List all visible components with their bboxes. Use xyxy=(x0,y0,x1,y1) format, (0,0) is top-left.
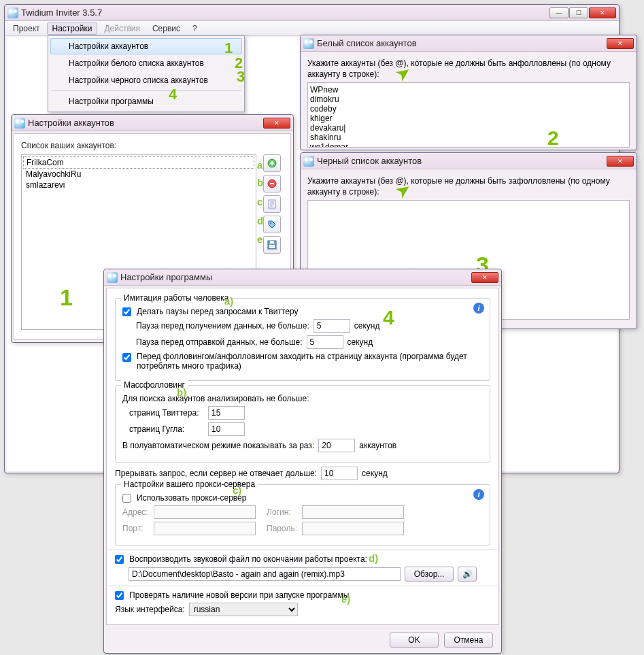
edit-account-button[interactable] xyxy=(263,195,281,213)
seconds-suffix: секунд xyxy=(354,321,380,331)
input-sound-path[interactable] xyxy=(129,567,401,581)
checkbox-pause[interactable] xyxy=(122,307,131,316)
whitelist-window: Белый список аккаунтов ✕ Укажите аккаунт… xyxy=(300,35,637,150)
toolbar-column xyxy=(263,154,281,254)
checkbox-update[interactable] xyxy=(115,591,124,600)
settings-dropdown: Настройки аккаунтов Настройки белого спи… xyxy=(48,35,245,112)
app-icon xyxy=(303,156,314,167)
browse-button[interactable]: Обзор... xyxy=(405,567,454,582)
input-timeout[interactable] xyxy=(321,467,358,480)
select-lang[interactable]: russian xyxy=(189,603,298,616)
group-mass: Массфолловинг Для поиска аккаунтов анали… xyxy=(115,385,490,463)
menu-help[interactable]: ? xyxy=(187,22,203,35)
input-login xyxy=(302,505,404,519)
accounts-title: Настройки аккаунтов xyxy=(28,118,114,128)
tag-account-button[interactable] xyxy=(263,216,281,233)
maximize-button[interactable]: ☐ xyxy=(569,7,588,18)
label-addr: Адрес: xyxy=(122,507,150,517)
add-account-button[interactable] xyxy=(263,154,281,172)
app-icon xyxy=(7,7,18,18)
whitelist-instruction: Укажите аккаунты (без @), которые не дол… xyxy=(307,58,630,80)
input-google-pages[interactable] xyxy=(208,422,245,436)
close-button[interactable]: ✕ xyxy=(607,38,634,49)
blacklist-instruction: Укажите аккаунты (без @), которые не дол… xyxy=(307,176,630,197)
accounts-titlebar[interactable]: Настройки аккаунтов ✕ xyxy=(12,115,293,131)
label-google-pages: страниц Гугла: xyxy=(129,424,204,434)
close-button[interactable]: ✕ xyxy=(607,156,634,167)
dropdown-blacklist[interactable]: Настройки черного списка аккаунтов xyxy=(50,72,242,88)
label-twitter-pages: страниц Твиттера: xyxy=(129,408,204,418)
label-lang: Язык интерфейса: xyxy=(115,605,185,614)
checkbox-visit[interactable] xyxy=(122,353,131,362)
app-icon xyxy=(303,38,314,49)
app-icon xyxy=(107,272,118,283)
whitelist-title: Белый список аккаунтов xyxy=(317,38,417,48)
program-window: Настройки программы ✕ Имитация работы че… xyxy=(103,269,502,654)
dropdown-program[interactable]: Настройки программы xyxy=(50,93,242,110)
input-addr xyxy=(154,505,256,519)
menu-actions: Действия xyxy=(99,22,146,35)
input-port xyxy=(154,522,256,535)
svg-point-3 xyxy=(270,222,271,224)
blacklist-titlebar[interactable]: Черный список аккаунтов ✕ xyxy=(301,153,637,169)
seconds-suffix: секунд xyxy=(348,337,373,347)
info-icon[interactable]: i xyxy=(473,489,484,500)
dropdown-whitelist[interactable]: Настройки белого списка аккаунтов xyxy=(50,55,242,71)
dropdown-item-label: Настройки черного списка аккаунтов xyxy=(69,75,208,85)
checkbox-proxy[interactable] xyxy=(122,494,131,503)
dropdown-accounts[interactable]: Настройки аккаунтов xyxy=(50,38,242,54)
minimize-button[interactable]: — xyxy=(549,7,569,18)
label-sound: Воспроизводить звуковой файл по окончани… xyxy=(129,554,367,564)
play-sound-button[interactable]: 🔊 xyxy=(458,567,477,582)
dropdown-item-label: Настройки белого списка аккаунтов xyxy=(69,58,204,68)
ok-button[interactable]: OK xyxy=(390,633,439,648)
main-titlebar[interactable]: Twidium Inviter 3.5.7 — ☐ ✕ xyxy=(5,5,619,21)
list-item[interactable]: MalyavochkiRu xyxy=(23,169,254,180)
menu-settings[interactable]: Настройки xyxy=(47,22,98,35)
checkbox-sound[interactable] xyxy=(115,555,124,564)
list-item[interactable]: smlazarevi xyxy=(23,180,254,190)
label-pause-get: Пауза перед получением данных, не больше… xyxy=(136,321,309,331)
timeout-suffix: секунд xyxy=(362,469,388,478)
close-button[interactable]: ✕ xyxy=(471,272,498,283)
footer: OK Отмена xyxy=(104,627,501,653)
menu-project[interactable]: Проект xyxy=(7,22,46,35)
whitelist-body: Укажите аккаунты (без @), которые не дол… xyxy=(301,52,637,152)
label-login: Логин: xyxy=(267,507,298,517)
label-update: Проверять наличие новой версии при запус… xyxy=(129,590,349,600)
app-icon xyxy=(14,118,25,129)
program-body: Имитация работы человека i Делать паузы … xyxy=(106,288,499,625)
close-button[interactable]: ✕ xyxy=(589,7,616,18)
save-accounts-button[interactable] xyxy=(263,236,281,254)
svg-rect-6 xyxy=(269,245,275,248)
label-timeout: Прерывать запрос, если сервер не отвечае… xyxy=(115,469,317,478)
input-pass xyxy=(302,522,404,535)
info-icon[interactable]: i xyxy=(473,303,484,314)
group-mass-legend: Массфолловинг xyxy=(121,380,188,390)
group-proxy-legend: Настройки вашего прокси-сервера xyxy=(121,480,258,489)
input-semiauto[interactable] xyxy=(318,439,355,452)
accounts-suffix: аккаунтов xyxy=(359,441,396,450)
group-proxy: Настройки вашего прокси-сервера i Исполь… xyxy=(115,484,490,545)
label-search: Для поиска аккаунтов анализировать не бо… xyxy=(122,394,309,403)
cancel-button[interactable]: Отмена xyxy=(444,633,493,648)
program-title: Настройки программы xyxy=(120,272,212,282)
dropdown-item-label: Настройки программы xyxy=(69,97,154,106)
label-pass: Пароль: xyxy=(267,524,298,533)
svg-rect-5 xyxy=(270,241,274,243)
label-pause-send: Пауза перед отправкой данных, не больше: xyxy=(136,337,303,347)
input-pause-get[interactable] xyxy=(313,319,350,333)
input-pause-send[interactable] xyxy=(307,335,343,349)
whitelist-textarea[interactable] xyxy=(307,82,630,148)
input-twitter-pages[interactable] xyxy=(208,406,245,420)
label-visit: Перед фолловингом/анфолловингом заходить… xyxy=(137,352,477,371)
remove-account-button[interactable] xyxy=(263,175,281,192)
whitelist-titlebar[interactable]: Белый список аккаунтов ✕ xyxy=(301,35,637,52)
program-titlebar[interactable]: Настройки программы ✕ xyxy=(104,269,501,286)
list-item[interactable]: FrilkaCom xyxy=(23,156,254,169)
accounts-list-label: Список ваших аккаунтов: xyxy=(21,141,284,150)
main-title: Twidium Inviter 3.5.7 xyxy=(21,7,102,18)
menu-service[interactable]: Сервис xyxy=(147,22,186,35)
close-button[interactable]: ✕ xyxy=(263,118,290,129)
menubar: Проект Настройки Действия Сервис ? xyxy=(5,21,619,36)
